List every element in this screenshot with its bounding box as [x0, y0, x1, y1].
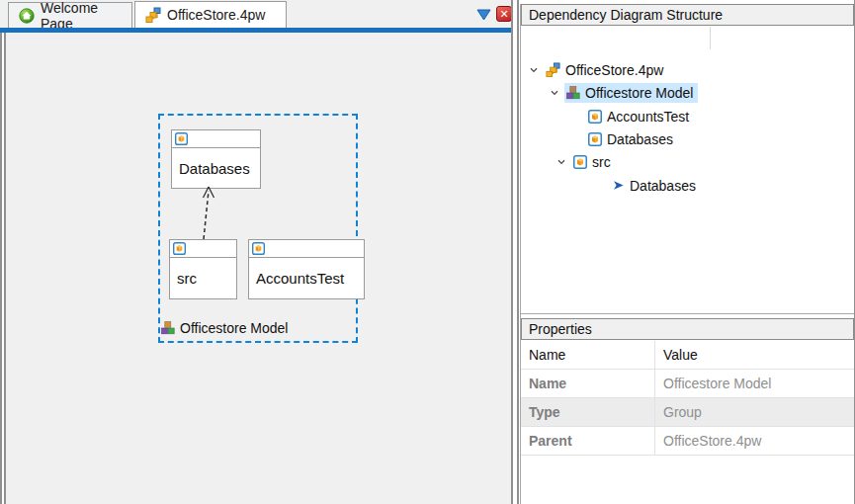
properties-table: Name Value Name Officestore Model Type G…: [521, 341, 854, 456]
tree-item-src[interactable]: src: [521, 150, 854, 173]
dependency-arrow: [193, 181, 222, 242]
structure-panel-title: Dependency Diagram Structure: [529, 7, 723, 23]
property-value: Group: [655, 404, 854, 420]
property-name: Type: [521, 398, 655, 426]
node-header: [249, 240, 364, 258]
tab-bar: Welcome Page OfficeStore.4pw ✕: [0, 0, 511, 28]
property-value: OfficeStore.4pw: [655, 433, 854, 449]
tab-label: OfficeStore.4pw: [167, 7, 265, 23]
tree-item-databases[interactable]: Databases: [521, 127, 854, 150]
node-header: [170, 240, 236, 258]
tree-item-label: OfficeStore.4pw: [565, 62, 663, 78]
window-edge-line: [0, 0, 2, 504]
side-panel: Dependency Diagram Structure OfficeStore…: [519, 0, 855, 504]
selected-tree-item[interactable]: Officestore Model: [564, 83, 698, 103]
close-icon: ✕: [499, 8, 508, 21]
node-databases[interactable]: Databases: [171, 129, 261, 189]
column-header-value: Value: [655, 347, 854, 363]
tree-item-label: Databases: [607, 131, 673, 147]
link-icon: [612, 179, 625, 192]
welcome-icon: [19, 8, 35, 24]
diagram-canvas[interactable]: Databases src: [6, 33, 511, 504]
tree-item-officestore-model[interactable]: Officestore Model: [521, 81, 854, 104]
property-row-parent[interactable]: Parent OfficeStore.4pw: [521, 427, 854, 456]
panel-splitter-line[interactable]: [521, 313, 854, 314]
properties-header-row: Name Value: [521, 341, 854, 370]
node-label: src: [170, 258, 236, 298]
tree-column-divider: [710, 27, 711, 49]
property-row-type[interactable]: Type Group: [521, 398, 854, 427]
package-icon: [588, 132, 602, 146]
package-icon: [252, 242, 265, 255]
column-header-name: Name: [521, 341, 655, 369]
tab-officestore[interactable]: OfficeStore.4pw: [134, 1, 287, 28]
editor-pane: Welcome Page OfficeStore.4pw ✕: [0, 0, 511, 504]
node-accountstest[interactable]: AccountsTest: [248, 239, 365, 299]
tree-item-accountstest[interactable]: AccountsTest: [521, 105, 854, 127]
properties-panel-title: Properties: [529, 321, 592, 337]
structure-panel-header: Dependency Diagram Structure: [521, 4, 854, 26]
project-icon: [546, 62, 560, 77]
property-name: Parent: [521, 427, 655, 455]
triangle-down-icon: [476, 9, 491, 22]
tree-item-label: src: [592, 154, 611, 170]
chevron-down-icon[interactable]: [529, 65, 544, 75]
tree-item-label: Officestore Model: [585, 85, 693, 101]
package-icon: [173, 242, 186, 255]
property-value: Officestore Model: [655, 376, 854, 391]
project-icon: [145, 7, 161, 23]
close-tab-button[interactable]: ✕: [496, 6, 512, 22]
chevron-down-icon[interactable]: [556, 157, 571, 167]
properties-panel-header: Properties: [521, 318, 854, 340]
property-name: Name: [521, 370, 655, 397]
tab-list-dropdown-button[interactable]: [475, 8, 491, 22]
node-label: AccountsTest: [249, 258, 364, 298]
package-icon: [175, 132, 188, 145]
node-src[interactable]: src: [169, 239, 237, 299]
chevron-down-icon[interactable]: [550, 88, 564, 98]
node-header: [172, 130, 260, 148]
model-icon: [566, 86, 580, 100]
tab-welcome-page[interactable]: Welcome Page: [8, 2, 132, 28]
model-icon: [161, 321, 175, 335]
tree-item-label: Databases: [630, 178, 696, 194]
pane-splitter[interactable]: [511, 0, 519, 504]
tree-item-databases-link[interactable]: Databases: [521, 174, 854, 197]
dependency-structure-tree: OfficeStore.4pw Officestore Model: [521, 26, 854, 313]
group-label[interactable]: Officestore Model: [161, 319, 288, 337]
package-icon: [588, 110, 602, 124]
property-row-name[interactable]: Name Officestore Model: [521, 370, 854, 398]
group-label-text: Officestore Model: [180, 320, 288, 336]
package-icon: [573, 155, 587, 169]
tree-item-label: AccountsTest: [607, 109, 689, 125]
tab-label: Welcome Page: [41, 0, 122, 32]
tree-item-officestore-4pw[interactable]: OfficeStore.4pw: [521, 58, 854, 81]
